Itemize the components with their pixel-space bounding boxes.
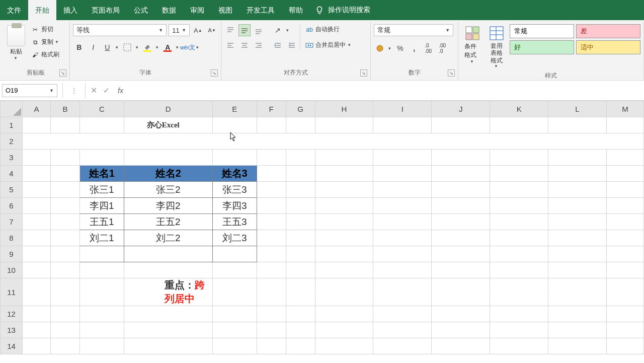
cell[interactable] — [315, 198, 373, 214]
table-header-name2[interactable]: 姓名2 — [124, 166, 212, 182]
table-cell[interactable]: 李四3 — [212, 198, 257, 214]
align-top-button[interactable] — [224, 24, 236, 36]
cell[interactable] — [490, 166, 548, 182]
dropdown-button[interactable]: ⋮ — [68, 85, 80, 97]
cell[interactable] — [548, 306, 607, 322]
tab-page-layout[interactable]: 页面布局 — [85, 0, 127, 20]
cell[interactable] — [257, 166, 286, 182]
paste-button[interactable]: 粘贴 ▼ — [5, 24, 27, 61]
cell[interactable] — [490, 262, 548, 278]
wrap-text-button[interactable]: ab 自动换行 — [303, 24, 354, 35]
cell[interactable] — [373, 166, 432, 182]
copy-dropdown[interactable]: ▼ — [54, 40, 59, 44]
cell[interactable] — [257, 246, 286, 262]
cell[interactable] — [257, 278, 286, 306]
name-box[interactable]: O19▼ — [2, 84, 57, 97]
col-header-M[interactable]: M — [606, 101, 643, 117]
orientation-button[interactable]: ↗ — [272, 24, 284, 36]
format-as-table-button[interactable]: 套用 表格格式 ▼ — [486, 24, 508, 69]
table-cell[interactable] — [124, 246, 212, 262]
conditional-formatting-button[interactable]: 条件格式 ▼ — [461, 24, 484, 65]
col-header-F[interactable]: F — [257, 101, 286, 117]
cell[interactable] — [373, 182, 432, 198]
cell[interactable] — [373, 262, 432, 278]
tab-developer[interactable]: 开发工具 — [239, 0, 282, 20]
cell[interactable] — [606, 214, 643, 230]
cell[interactable] — [257, 182, 286, 198]
cell[interactable] — [286, 306, 315, 322]
cell-title[interactable]: 亦心Excel — [124, 117, 212, 133]
border-button[interactable] — [121, 41, 133, 53]
cell[interactable] — [315, 150, 373, 166]
cell[interactable] — [548, 246, 607, 262]
cell[interactable] — [373, 322, 432, 338]
cond-dropdown[interactable]: ▼ — [469, 59, 474, 64]
decrease-indent-button[interactable] — [272, 39, 284, 51]
cell[interactable] — [432, 338, 490, 354]
col-header-D[interactable]: D — [124, 101, 212, 117]
cell[interactable] — [79, 322, 124, 338]
cell[interactable] — [212, 338, 257, 354]
cell-style-bad[interactable]: 差 — [576, 24, 640, 38]
cell[interactable] — [257, 322, 286, 338]
cell[interactable] — [432, 182, 490, 198]
align-launcher[interactable]: ↘ — [360, 69, 367, 77]
cell[interactable] — [432, 306, 490, 322]
cell[interactable] — [22, 150, 50, 166]
align-right-button[interactable] — [253, 39, 265, 51]
align-center-button[interactable] — [238, 39, 251, 51]
tab-formulas[interactable]: 公式 — [127, 0, 155, 20]
cell[interactable] — [373, 230, 432, 246]
row-header-5[interactable]: 5 — [1, 182, 23, 198]
table-cell[interactable]: 王五3 — [212, 214, 257, 230]
cell[interactable] — [606, 150, 643, 166]
table-cell[interactable]: 张三2 — [124, 182, 212, 198]
cell[interactable] — [286, 338, 315, 354]
cell[interactable] — [315, 322, 373, 338]
comma-button[interactable]: , — [408, 42, 420, 54]
cell[interactable] — [315, 117, 373, 133]
cell[interactable] — [606, 246, 643, 262]
row-header-13[interactable]: 13 — [1, 322, 23, 338]
cell[interactable] — [432, 150, 490, 166]
cell[interactable] — [22, 322, 50, 338]
font-color-dropdown[interactable]: ▼ — [175, 45, 180, 50]
accounting-dropdown[interactable]: ▼ — [387, 46, 392, 51]
col-header-E[interactable]: E — [212, 101, 257, 117]
cut-button[interactable]: ✂ 剪切 — [29, 24, 61, 35]
cell[interactable] — [490, 230, 548, 246]
cell[interactable] — [79, 338, 124, 354]
cell[interactable] — [22, 230, 50, 246]
row-header-8[interactable]: 8 — [1, 230, 23, 246]
cell[interactable] — [22, 338, 50, 354]
cell[interactable] — [373, 117, 432, 133]
cell[interactable] — [606, 182, 643, 198]
cell[interactable] — [22, 198, 50, 214]
table-cell[interactable]: 李四2 — [124, 198, 212, 214]
cell[interactable] — [490, 150, 548, 166]
cell[interactable] — [286, 198, 315, 214]
cell[interactable] — [373, 198, 432, 214]
col-header-B[interactable]: B — [50, 101, 79, 117]
row-header-10[interactable]: 10 — [1, 262, 23, 278]
cell[interactable] — [286, 166, 315, 182]
col-header-J[interactable]: J — [432, 101, 490, 117]
cell-style-neutral[interactable]: 适中 — [576, 40, 640, 54]
cell[interactable] — [432, 198, 490, 214]
cell[interactable] — [286, 214, 315, 230]
italic-button[interactable]: I — [87, 41, 99, 53]
cell[interactable] — [257, 198, 286, 214]
cell[interactable] — [212, 117, 257, 133]
cell[interactable] — [286, 182, 315, 198]
cell[interactable] — [124, 306, 212, 322]
phonetic-button[interactable]: wén文 — [182, 41, 194, 53]
cell[interactable] — [606, 306, 643, 322]
row-header-3[interactable]: 3 — [1, 150, 23, 166]
cell[interactable] — [548, 166, 607, 182]
cell[interactable] — [50, 150, 79, 166]
cell[interactable] — [373, 278, 432, 306]
row-header-1[interactable]: 1 — [1, 117, 23, 133]
table-cell[interactable]: 王五1 — [79, 214, 124, 230]
cell[interactable] — [315, 230, 373, 246]
font-launcher[interactable]: ↘ — [211, 69, 218, 77]
